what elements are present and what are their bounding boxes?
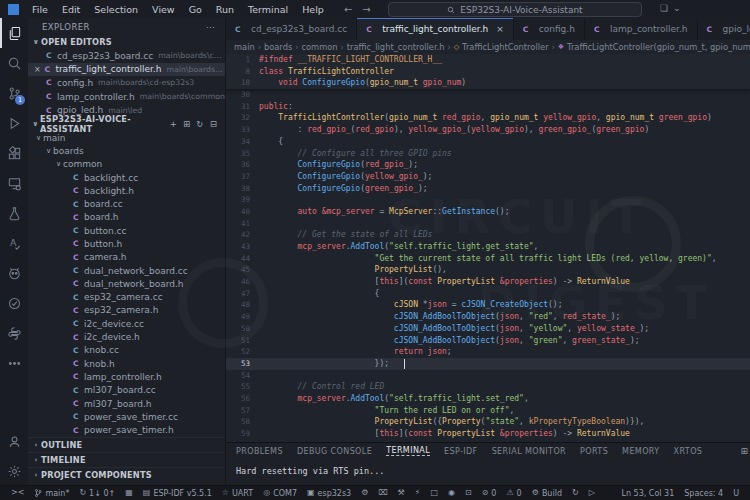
open-editor-item[interactable]: Cconfig.hmain\boards\cd-esp32s3 (28, 76, 225, 90)
more-actions-icon[interactable]: ⋯ (206, 22, 215, 32)
run-toolbar-icon[interactable]: ❏ ⌄ (660, 3, 681, 13)
problems-warnings[interactable]: ⚠0 (501, 489, 526, 498)
tree-file-backlight.cc[interactable]: Cbacklight.cc (28, 171, 225, 184)
refresh-button[interactable]: ↻ (567, 489, 584, 497)
breadcrumb-item[interactable]: common (301, 42, 337, 52)
tree-file-i2c_device.cc[interactable]: Ci2c_device.cc (28, 317, 225, 330)
panel-tab-ports[interactable]: PORTS (580, 447, 608, 456)
panel-tab-xrtos[interactable]: XRTOS (674, 447, 703, 456)
panel-tab-terminal[interactable]: TERMINAL (386, 446, 430, 456)
run-button[interactable]: ▷ (584, 489, 600, 497)
remote-indicator[interactable]: >< (6, 489, 29, 497)
git-branch[interactable]: main* (29, 488, 74, 498)
espressif-device[interactable]: ▦ (120, 489, 138, 497)
panel-tab-esp-idf[interactable]: ESP-IDF (444, 447, 478, 456)
remote-explorer-icon[interactable] (0, 168, 28, 198)
problems-errors[interactable]: ⊘0 (477, 489, 502, 498)
monitor-device[interactable]: □ (425, 489, 443, 497)
tree-file-power_save_timer.cc[interactable]: Cpower_save_timer.cc (28, 410, 225, 423)
check-circle-icon[interactable] (0, 288, 28, 318)
panel-tab-memory[interactable]: MEMORY (622, 447, 660, 456)
collapse-all-icon[interactable]: ⊟ (210, 119, 217, 129)
tab-gpio_led.h[interactable]: Cgpio_led.h (698, 18, 750, 40)
cursor-position[interactable]: Ln 53, Col 31 (617, 489, 680, 498)
section-project-components[interactable]: ›PROJECT COMPONENTS (28, 467, 225, 482)
new-folder-icon[interactable]: ⊞ (183, 119, 190, 129)
breadcrumb-item[interactable]: TrafficLightController(gpio_num_t, gpio_… (567, 42, 750, 52)
python-icon[interactable] (0, 318, 28, 348)
debug-device[interactable]: ◉ (443, 489, 460, 497)
section-outline[interactable]: ›OUTLINE (28, 437, 225, 452)
tree-file-lamp_controller.h[interactable]: Clamp_controller.h (28, 370, 225, 383)
build-button[interactable]: ⚙Build (527, 489, 567, 498)
tree-file-button.h[interactable]: Cbutton.h (28, 237, 225, 250)
tree-file-i2c_device.h[interactable]: Ci2c_device.h (28, 330, 225, 343)
tree-file-ml307_board.cc[interactable]: Cml307_board.cc (28, 384, 225, 397)
menu-item-run[interactable]: Run (210, 2, 240, 17)
refresh-icon[interactable]: ↻ (196, 119, 203, 129)
open-editor-item[interactable]: Ccd_esp32s3_board.ccmain\boards\cd-es... (28, 49, 225, 63)
tab-traffic_light_controller.h[interactable]: Ctraffic_light_controller.h× (357, 18, 514, 40)
tree-file-dual_network_board.h[interactable]: Cdual_network_board.h (28, 277, 225, 290)
flash-method[interactable]: ☆UART (217, 489, 258, 498)
close-icon[interactable]: × (496, 24, 504, 34)
panel-tab-problems[interactable]: PROBLEMS (236, 447, 283, 456)
tree-file-esp32_camera.cc[interactable]: Cesp32_camera.cc (28, 291, 225, 304)
tree-folder-common[interactable]: ∨common (28, 158, 225, 171)
open-editors-header[interactable]: ∨ OPEN EDITORS (28, 35, 225, 49)
close-icon[interactable]: × (34, 65, 44, 74)
tree-file-power_save_timer.h[interactable]: Cpower_save_timer.h (28, 424, 225, 437)
source-control-icon[interactable]: 1 (0, 78, 28, 108)
breadcrumb-item[interactable]: traffic_light_controller.h (347, 42, 445, 52)
tab-cd_esp32s3_board.cc[interactable]: Ccd_esp32s3_board.cc (226, 18, 357, 40)
code-editor[interactable]: 1#ifndef __TRAFFIC_LIGHT_CONTROLLER_H__8… (226, 54, 750, 442)
extensions-icon[interactable] (0, 138, 28, 168)
spell-checker-icon[interactable]: A (0, 228, 28, 258)
menu-item-file[interactable]: File (26, 2, 54, 17)
robot-assistant-icon[interactable] (0, 258, 28, 288)
menu-item-selection[interactable]: Selection (88, 2, 144, 17)
new-file-icon[interactable]: + (170, 119, 177, 129)
encoding[interactable]: U (728, 489, 744, 498)
open-editor-item[interactable]: ×Ctraffic_light_controller.hmain\boards\… (28, 63, 225, 77)
run-debug-icon[interactable] (0, 108, 28, 138)
tree-file-backlight.h[interactable]: Cbacklight.h (28, 184, 225, 197)
tab-lamp_controller.h[interactable]: Clamp_controller.h (585, 18, 698, 40)
testing-icon[interactable] (0, 198, 28, 228)
tree-file-esp32_camera.h[interactable]: Cesp32_camera.h (28, 304, 225, 317)
command-center-search[interactable]: ESP32S3-AI-Voice-Assistant (388, 2, 642, 17)
tree-file-ml307_board.h[interactable]: Cml307_board.h (28, 397, 225, 410)
back-icon[interactable]: ← (344, 4, 352, 15)
build-tool[interactable]: ⚒ (393, 489, 410, 497)
section-timeline[interactable]: ›TIMELINE (28, 452, 225, 467)
git-sync[interactable]: ↻1↓ 0↑ (74, 489, 120, 498)
idf-terminal[interactable]: ⊡ (460, 489, 477, 497)
menu-item-view[interactable]: View (146, 2, 181, 17)
menu-item-go[interactable]: Go (183, 2, 208, 17)
panel-actions-icon[interactable]: ⊞ (740, 446, 748, 456)
tree-file-knob.h[interactable]: Cknob.h (28, 357, 225, 370)
menu-item-edit[interactable]: Edit (56, 2, 86, 17)
breadcrumb-item[interactable]: boards (264, 42, 292, 52)
tree-file-dual_network_board.cc[interactable]: Cdual_network_board.cc (28, 264, 225, 277)
tree-file-button.cc[interactable]: Cbutton.cc (28, 224, 225, 237)
tree-folder-boards[interactable]: ∨boards (28, 144, 225, 157)
flash-device[interactable]: ⚡ (410, 489, 426, 497)
project-root-header[interactable]: ∨ ESP32S3-AI-VOICE-ASSISTANT + ⊞ ↻ ⊟ (28, 117, 225, 131)
full-clean[interactable]: ⌧ (373, 489, 392, 497)
panel-tab-serial-monitor[interactable]: SERIAL MONITOR (492, 447, 566, 456)
tree-file-camera.h[interactable]: Ccamera.h (28, 251, 225, 264)
menuconfig[interactable]: ⚙ (356, 489, 373, 497)
serial-port[interactable]: ◎COM7 (258, 489, 302, 498)
esp-idf-version[interactable]: ▤ESP-IDF v5.5.1 (138, 489, 217, 498)
explorer-icon[interactable] (0, 18, 28, 48)
menu-item-terminal[interactable]: Terminal (242, 2, 294, 17)
breadcrumb-item[interactable]: TrafficLightController (462, 42, 548, 52)
tree-file-board.h[interactable]: Cboard.h (28, 211, 225, 224)
forward-icon[interactable]: → (362, 4, 370, 15)
tab-config.h[interactable]: Cconfig.h (514, 18, 585, 40)
search-icon[interactable] (0, 48, 28, 78)
breadcrumb-item[interactable]: main (234, 42, 255, 52)
more-extensions-icon[interactable] (0, 348, 28, 378)
account-icon[interactable] (0, 426, 28, 456)
